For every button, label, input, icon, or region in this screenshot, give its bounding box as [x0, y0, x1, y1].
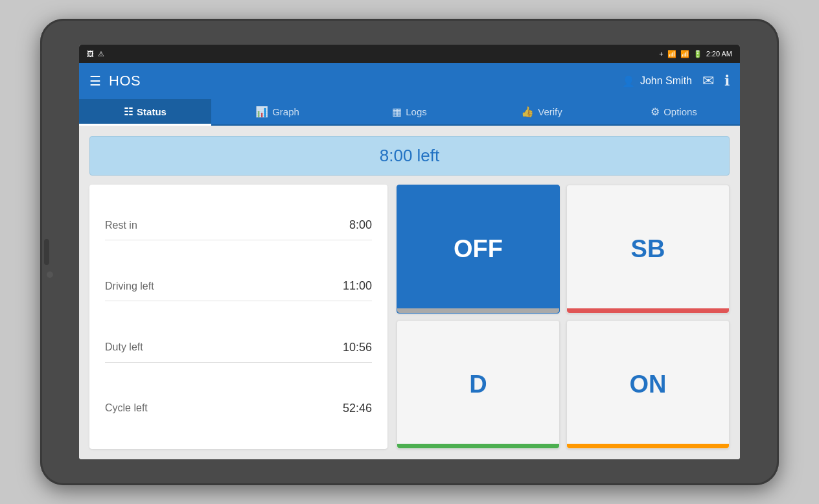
duty-btn-off[interactable]: OFF — [397, 185, 560, 314]
tablet-frame: 🖼 ⚠ + 📶 📶 🔋 2:20 AM ☰ HOS 👤 John Smith — [40, 19, 779, 485]
user-icon: 👤 — [622, 75, 635, 87]
status-bar-right: + 📶 📶 🔋 2:20 AM — [659, 50, 732, 58]
status-tab-icon: ☷ — [124, 106, 133, 118]
tab-options[interactable]: ⚙ Options — [608, 99, 740, 124]
image-icon: 🖼 — [87, 50, 94, 58]
alert-icon: ⚠ — [98, 50, 104, 58]
stat-driving-left: Driving left 11:00 — [105, 271, 372, 301]
duty-btn-off-label: OFF — [454, 235, 503, 263]
tab-logs-label: Logs — [406, 106, 427, 117]
tab-status[interactable]: ☷ Status — [79, 99, 211, 124]
duty-btn-on[interactable]: ON — [566, 320, 730, 449]
tab-verify[interactable]: 👍 Verify — [476, 99, 608, 124]
app-header: ☰ HOS 👤 John Smith ✉ ℹ — [79, 63, 740, 99]
logs-tab-icon: ▦ — [392, 106, 402, 118]
duty-btn-sb-label: SB — [631, 235, 665, 263]
wifi-icon: 📶 — [680, 50, 689, 58]
tablet-screen: 🖼 ⚠ + 📶 📶 🔋 2:20 AM ☰ HOS 👤 John Smith — [79, 45, 740, 459]
tab-logs[interactable]: ▦ Logs — [343, 99, 476, 124]
stat-driving-left-value: 11:00 — [343, 279, 372, 293]
stat-cycle-left: Cycle left 52:46 — [105, 394, 372, 423]
tab-bar: ☷ Status 📊 Graph ▦ Logs 👍 Verify ⚙ Optio… — [79, 99, 740, 126]
stats-panel: Rest in 8:00 Driving left 11:00 Duty lef… — [89, 185, 387, 449]
user-info: 👤 John Smith — [622, 75, 692, 87]
stat-rest-in-label: Rest in — [105, 220, 137, 231]
tablet-camera — [47, 271, 53, 278]
verify-tab-icon: 👍 — [521, 106, 534, 118]
duty-btn-sb[interactable]: SB — [566, 185, 730, 314]
battery-icon: 🔋 — [693, 50, 702, 58]
info-icon[interactable]: ℹ — [724, 73, 730, 89]
app-title: HOS — [109, 73, 141, 89]
duty-btn-d[interactable]: D — [397, 320, 560, 449]
stat-rest-in: Rest in 8:00 — [105, 211, 372, 240]
tab-graph-label: Graph — [272, 106, 299, 117]
tablet-side-button — [44, 239, 49, 265]
stat-driving-left-label: Driving left — [105, 281, 154, 292]
stat-duty-left-label: Duty left — [105, 341, 143, 353]
options-tab-icon: ⚙ — [651, 106, 660, 118]
on-indicator — [567, 444, 729, 448]
menu-button[interactable]: ☰ — [89, 74, 101, 87]
message-icon[interactable]: ✉ — [702, 73, 714, 89]
clock-display: 2:20 AM — [706, 50, 732, 58]
duty-btn-on-label: ON — [630, 371, 667, 398]
tab-options-label: Options — [663, 106, 697, 117]
main-content: 8:00 left Rest in 8:00 Driving left 11:0… — [79, 126, 740, 459]
d-indicator — [397, 444, 559, 448]
sb-indicator — [567, 308, 729, 313]
stat-cycle-left-label: Cycle left — [105, 402, 148, 414]
content-row: Rest in 8:00 Driving left 11:00 Duty lef… — [89, 185, 730, 449]
stat-rest-in-value: 8:00 — [349, 218, 372, 232]
stat-cycle-left-value: 52:46 — [343, 402, 372, 415]
off-indicator — [397, 308, 559, 313]
user-name: John Smith — [640, 75, 692, 87]
status-bar: 🖼 ⚠ + 📶 📶 🔋 2:20 AM — [79, 45, 740, 63]
stat-duty-left-value: 10:56 — [343, 341, 372, 354]
tab-status-label: Status — [137, 106, 167, 117]
header-right: 👤 John Smith ✉ ℹ — [622, 73, 730, 89]
stat-duty-left: Duty left 10:56 — [105, 333, 372, 363]
status-bar-left: 🖼 ⚠ — [87, 50, 104, 58]
graph-tab-icon: 📊 — [255, 106, 268, 118]
header-left: ☰ HOS — [89, 73, 622, 89]
bluetooth-icon: + — [659, 50, 663, 58]
time-remaining: 8:00 left — [380, 146, 440, 165]
tab-verify-label: Verify — [538, 106, 562, 117]
tab-graph[interactable]: 📊 Graph — [211, 99, 343, 124]
signal-icon: 📶 — [667, 50, 676, 58]
duty-button-grid: OFF SB D ON — [397, 185, 730, 449]
time-banner: 8:00 left — [89, 136, 730, 176]
duty-btn-d-label: D — [469, 371, 487, 398]
